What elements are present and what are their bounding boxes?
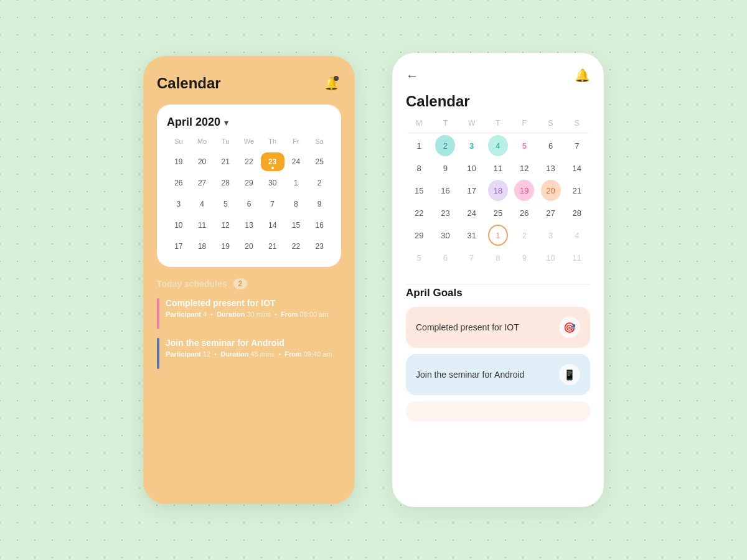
rcell-27[interactable]: 27 [541,202,561,223]
rcell-25[interactable]: 25 [488,202,508,223]
rcell-31[interactable]: 31 [462,225,482,246]
day-13[interactable]: 13 [237,216,261,235]
goal-card-2[interactable]: Join the seminar for Android 📱 [406,354,590,395]
day-21b[interactable]: 21 [261,237,284,256]
rcell-8[interactable]: 8 [409,157,429,179]
day-12[interactable]: 12 [214,216,237,235]
rcell-4[interactable]: 4 [488,135,508,156]
rcell-7[interactable]: 7 [567,135,587,156]
day-8[interactable]: 8 [284,195,308,213]
month-title: April 2020 [167,116,220,129]
day-10[interactable]: 10 [167,216,190,235]
day-header-sa: Sa [308,138,331,150]
day-header-we: We [237,138,261,150]
rcell-15[interactable]: 15 [409,180,429,201]
day-30[interactable]: 30 [261,174,284,192]
day-2-next[interactable]: 2 [308,174,331,192]
rcell-23[interactable]: 23 [435,202,455,223]
rcell-2[interactable]: 2 [435,135,455,156]
goal-card-3[interactable] [406,401,590,421]
day-20b[interactable]: 20 [237,237,261,256]
rcell-may2[interactable]: 2 [514,225,534,246]
day-5[interactable]: 5 [214,195,237,213]
rcell-13[interactable]: 13 [541,157,561,179]
rcell-29[interactable]: 29 [409,225,429,246]
bell-icon[interactable]: 🔔 [321,73,341,93]
rcell-may7[interactable]: 7 [462,247,482,268]
goal-text-2: Join the seminar for Android [416,370,524,380]
rcell-may6[interactable]: 6 [435,247,455,268]
day-25[interactable]: 25 [308,152,331,171]
day-28[interactable]: 28 [214,174,237,192]
day-17[interactable]: 17 [167,237,190,256]
day-3[interactable]: 3 [167,195,190,213]
rcell-22[interactable]: 22 [409,202,429,223]
schedules-badge: 2 [233,278,248,289]
left-phone: Calendar 🔔 April 2020 ▾ Su Mo Tu We Th F… [143,56,355,504]
rcell-16[interactable]: 16 [435,180,455,201]
rcell-may8[interactable]: 8 [488,247,508,268]
rcell-26[interactable]: 26 [514,202,534,223]
day-14[interactable]: 14 [261,216,284,235]
rcell-may5[interactable]: 5 [409,247,429,268]
rcell-may4[interactable]: 4 [567,225,587,246]
day-16[interactable]: 16 [308,216,331,235]
rcell-may9[interactable]: 9 [514,247,534,268]
rcell-may3[interactable]: 3 [541,225,561,246]
day-9[interactable]: 9 [308,195,331,213]
rcell-28[interactable]: 28 [567,202,587,223]
participant-value-1: 4 [203,310,207,318]
day-11[interactable]: 11 [190,216,214,235]
rcell-20[interactable]: 20 [541,180,561,201]
rcell-1[interactable]: 1 [409,135,429,156]
day-29[interactable]: 29 [237,174,261,192]
day-20[interactable]: 20 [190,152,214,171]
day-24[interactable]: 24 [284,152,308,171]
chevron-down-icon[interactable]: ▾ [224,118,228,128]
rcell-21[interactable]: 21 [567,180,587,201]
rcell-6[interactable]: 6 [541,135,561,156]
day-21[interactable]: 21 [214,152,237,171]
schedules-label: Today schedules [157,279,227,289]
rcell-9[interactable]: 9 [435,157,455,179]
rcell-11[interactable]: 11 [488,157,508,179]
day-19b[interactable]: 19 [214,237,237,256]
day-19[interactable]: 19 [167,152,190,171]
rcell-3[interactable]: 3 [462,135,482,156]
goal-card-1[interactable]: Completed present for IOT 🎯 [406,307,590,348]
schedule-meta-1: Participant 4 • Duration 30 mins • From … [166,310,328,318]
schedule-item-2: Join the seminar for Android Participant… [157,338,341,369]
day-18[interactable]: 18 [190,237,214,256]
back-button[interactable]: ← [406,68,418,83]
schedule-content-1: Completed present for IOT Participant 4 … [166,298,328,329]
day-27[interactable]: 27 [190,174,214,192]
rcell-may1[interactable]: 1 [488,225,508,246]
goal-text-1: Completed present for IOT [416,322,519,332]
rcell-may11[interactable]: 11 [567,247,587,268]
day-7[interactable]: 7 [261,195,284,213]
day-15[interactable]: 15 [284,216,308,235]
rcell-18[interactable]: 18 [488,180,508,201]
day-23b[interactable]: 23 [308,237,331,256]
rcell-17[interactable]: 17 [462,180,482,201]
day-22b[interactable]: 22 [284,237,308,256]
schedule-title-2: Join the seminar for Android [166,338,332,348]
day-6[interactable]: 6 [237,195,261,213]
from-label-2: From [284,350,302,358]
day-23-today[interactable]: 23 [261,152,284,171]
schedule-title-1: Completed present for IOT [166,298,328,308]
bell-icon-right[interactable]: 🔔 [575,68,590,83]
rcell-may10[interactable]: 10 [541,247,561,268]
rcell-30[interactable]: 30 [435,225,455,246]
day-1-next[interactable]: 1 [284,174,308,192]
rcell-24[interactable]: 24 [462,202,482,223]
day-22[interactable]: 22 [237,152,261,171]
rcell-19[interactable]: 19 [514,180,534,201]
rcell-14[interactable]: 14 [567,157,587,179]
rcell-10[interactable]: 10 [462,157,482,179]
rday-hdr-s1: S [537,119,563,133]
day-4[interactable]: 4 [190,195,214,213]
day-26[interactable]: 26 [167,174,190,192]
rcell-12[interactable]: 12 [514,157,534,179]
rcell-5[interactable]: 5 [514,135,534,156]
